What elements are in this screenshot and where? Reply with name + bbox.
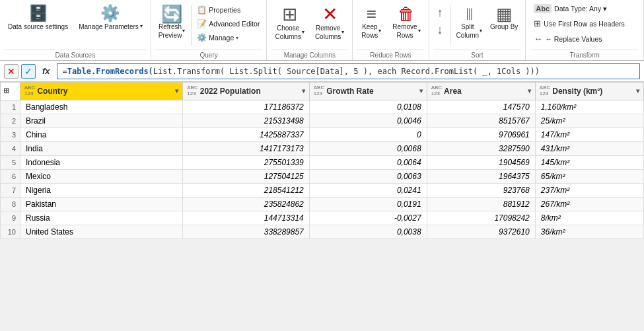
formula-input[interactable]: = Table.FromRecords( List.Transform( Lis… — [57, 63, 640, 79]
table-row: 10 United States 338289857 0,0038 937261… — [1, 225, 644, 239]
column-label-area: Area — [444, 87, 462, 96]
properties-label: Properties — [209, 6, 240, 14]
table-row: 9 Russia 144713314 -0,0027 17098242 8/km… — [1, 211, 644, 225]
row-num-8: 8 — [1, 197, 20, 211]
remove-columns-button[interactable]: ✕ RemoveColumns ▾ — [311, 3, 348, 44]
cell-country-7: Nigeria — [20, 183, 183, 197]
cell-population-9: 144713314 — [183, 211, 310, 225]
column-dropdown-population[interactable]: ▾ — [302, 87, 305, 94]
cell-country-1: Bangladesh — [20, 100, 183, 114]
cell-area-7: 923768 — [427, 183, 535, 197]
manage-parameters-button[interactable]: ⚙️ Manage Parameters ▾ — [75, 3, 147, 34]
remove-rows-button[interactable]: 🗑 RemoveRows ▾ — [388, 3, 424, 42]
manage-icon: ⚙️ — [197, 33, 207, 42]
column-header-area[interactable]: ABC123 Area ▾ — [427, 83, 535, 100]
remove-columns-label: RemoveColumns ▾ — [315, 24, 344, 41]
properties-icon: 📋 — [197, 5, 207, 15]
table-row: 2 Brazil 215313498 0,0046 8515767 25/km² — [1, 114, 644, 128]
use-first-row-button[interactable]: ⊞ Use First Row as Headers — [531, 17, 638, 30]
cell-area-3: 9706961 — [427, 128, 535, 141]
ribbon: 🗄️ Data source settings ⚙️ Manage Parame… — [0, 0, 644, 82]
column-type-icon-density: ABC123 — [540, 85, 550, 97]
cell-density-10: 36/km² — [535, 225, 643, 239]
formula-rest: List.Transform( List.Split( Source[Data]… — [153, 67, 540, 76]
cell-growth-8: 0,0191 — [309, 197, 427, 211]
cell-growth-2: 0,0046 — [309, 114, 427, 128]
cell-density-2: 25/km² — [535, 114, 643, 128]
cell-population-3: 1425887337 — [183, 128, 310, 141]
cell-area-5: 1904569 — [427, 155, 535, 169]
group-query: 🔄 RefreshPreview ▾ 📋 Properties 📝 — [151, 0, 268, 60]
confirm-formula-button[interactable]: ✓ — [21, 64, 36, 79]
table-row: 8 Pakistan 235824862 0,0191 881912 267/k… — [1, 197, 644, 211]
remove-rows-icon: 🗑 — [398, 5, 415, 22]
column-dropdown-country[interactable]: ▾ — [175, 87, 178, 94]
cell-area-10: 9372610 — [427, 225, 535, 239]
cell-population-8: 235824862 — [183, 197, 310, 211]
properties-button[interactable]: 📋 Properties — [194, 4, 262, 16]
keep-rows-label: KeepRows ▾ — [361, 22, 381, 40]
cell-density-1: 1,160/km² — [535, 100, 643, 114]
split-column-button[interactable]: ⫴ SplitColumn ▾ — [453, 3, 485, 42]
column-label-density: Density (km²) — [552, 87, 602, 96]
choose-columns-icon: ⊞ — [282, 5, 297, 24]
cell-country-2: Brazil — [20, 114, 183, 128]
advanced-editor-button[interactable]: 📝 Advanced Editor — [194, 18, 262, 30]
column-label-country: Country — [37, 87, 67, 96]
data-source-settings-button[interactable]: 🗄️ Data source settings — [4, 3, 72, 34]
split-column-label: SplitColumn ▾ — [456, 22, 482, 40]
column-type-icon-area: ABC123 — [431, 85, 442, 97]
cell-growth-6: 0,0063 — [309, 169, 427, 183]
column-header-country[interactable]: ABC123 Country ▾ — [20, 83, 183, 100]
column-header-density[interactable]: ABC123 Density (km²) ▾ — [535, 83, 643, 100]
group-label-sort: Sort — [433, 50, 522, 59]
table-row: 4 India 1417173173 0,0068 3287590 431/km… — [1, 141, 644, 155]
sort-ascending-button[interactable]: ↑ — [435, 5, 446, 20]
group-by-icon: ▦ — [496, 5, 513, 22]
group-by-button[interactable]: ▦ Group By — [487, 3, 521, 34]
cancel-formula-button[interactable]: ✕ — [4, 64, 18, 79]
sort-descending-button[interactable]: ↓ — [435, 22, 446, 37]
cell-growth-9: -0,0027 — [309, 211, 427, 225]
column-dropdown-density[interactable]: ▾ — [636, 87, 639, 94]
choose-columns-button[interactable]: ⊞ ChooseColumns ▾ — [271, 3, 308, 44]
data-source-settings-label: Data source settings — [8, 22, 68, 31]
manage-parameters-label: Manage Parameters ▾ — [79, 22, 143, 31]
column-header-population[interactable]: ABC123 2022 Population ▾ — [183, 83, 310, 100]
cell-country-10: United States — [20, 225, 183, 239]
row-num-9: 9 — [1, 211, 20, 225]
ribbon-main: 🗄️ Data source settings ⚙️ Manage Parame… — [0, 0, 644, 61]
keep-rows-button[interactable]: ≡ KeepRows ▾ — [357, 3, 386, 42]
cell-growth-4: 0,0068 — [309, 141, 427, 155]
cell-country-5: Indonesia — [20, 155, 183, 169]
group-label-manage-columns: Manage Columns — [271, 50, 348, 59]
group-manage-columns: ⊞ ChooseColumns ▾ ✕ RemoveColumns ▾ Mana… — [267, 0, 353, 60]
row-num-3: 3 — [1, 128, 20, 141]
row-num-7: 7 — [1, 183, 20, 197]
refresh-preview-button[interactable]: 🔄 RefreshPreview ▾ — [155, 3, 189, 42]
cell-density-8: 267/km² — [535, 197, 643, 211]
remove-rows-label: RemoveRows ▾ — [392, 22, 420, 40]
cell-country-6: Mexico — [20, 169, 183, 183]
table-icon: ⊞ — [3, 87, 9, 95]
group-label-reduce-rows: Reduce Rows — [357, 50, 424, 59]
group-label-data-sources: Data Sources — [4, 50, 147, 59]
data-table: ⊞ ABC123 Country ▾ ABC123 2022 Populatio… — [0, 82, 644, 239]
group-reduce-rows: ≡ KeepRows ▾ 🗑 RemoveRows ▾ Reduce Rows — [353, 0, 429, 60]
data-type-button[interactable]: Abc Data Type: Any ▾ — [531, 3, 638, 15]
cell-growth-5: 0,0064 — [309, 155, 427, 169]
cell-density-4: 431/km² — [535, 141, 643, 155]
remove-columns-icon: ✕ — [322, 5, 338, 24]
group-data-sources: 🗄️ Data source settings ⚙️ Manage Parame… — [0, 0, 151, 60]
use-first-row-label: Use First Row as Headers — [544, 20, 625, 28]
column-dropdown-area[interactable]: ▾ — [528, 87, 531, 94]
keep-rows-icon: ≡ — [367, 5, 376, 22]
manage-parameters-icon: ⚙️ — [100, 5, 120, 21]
column-dropdown-growth-rate[interactable]: ▾ — [419, 87, 423, 94]
manage-button[interactable]: ⚙️ Manage ▾ — [194, 32, 262, 44]
cell-density-3: 147/km² — [535, 128, 643, 141]
column-header-growth-rate[interactable]: ABC123 Growth Rate ▾ — [309, 83, 427, 100]
replace-values-button[interactable]: ↔ ↔ Replace Values — [531, 32, 638, 45]
row-num-4: 4 — [1, 141, 20, 155]
group-label-transform: Transform — [531, 50, 638, 59]
